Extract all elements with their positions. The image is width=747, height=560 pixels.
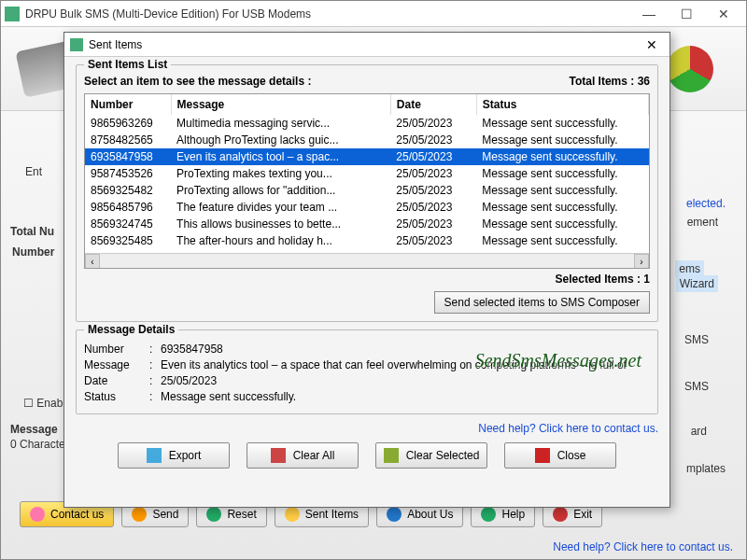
refresh-icon — [206, 507, 221, 522]
sent-items-dialog: Sent Items ✕ Sent Items List Select an i… — [63, 32, 670, 508]
label-fragment: Message — [10, 423, 58, 436]
table-cell: Even its analytics tool – a spac... — [171, 148, 390, 165]
col-message[interactable]: Message — [171, 94, 390, 115]
clear-all-button[interactable]: Clear All — [247, 442, 359, 469]
detail-key: Status — [84, 390, 149, 403]
table-cell: Message sent successfully. — [476, 132, 648, 148]
table-cell: 8758482565 — [85, 132, 171, 148]
detail-key: Message — [84, 358, 149, 371]
dialog-icon — [70, 38, 83, 51]
table-cell: 25/05/2023 — [390, 199, 476, 216]
instruction-text: Select an item to see the message detail… — [84, 75, 311, 88]
table-cell: Message sent successfully. — [476, 182, 648, 199]
table-cell: Message sent successfully. — [476, 115, 648, 132]
dialog-title: Sent Items — [89, 38, 640, 51]
table-cell: Multimedia messaging servic... — [171, 115, 390, 132]
table-cell: ProTexting makes texting you... — [171, 165, 390, 182]
scroll-left-icon[interactable]: ‹ — [85, 254, 100, 269]
detail-value: 25/05/2023 — [161, 374, 650, 387]
detail-key: Date — [84, 374, 149, 387]
table-row[interactable]: 8569325482ProTexting allows for "additio… — [85, 182, 649, 199]
table-cell: 8569325482 — [85, 182, 171, 199]
group-legend: Sent Items List — [84, 58, 171, 71]
table-row[interactable]: 9856485796The feature divides your team … — [85, 199, 649, 216]
table-cell: Message sent successfully. — [476, 232, 648, 249]
dialog-close-button[interactable]: ✕ — [640, 35, 664, 55]
label-fragment: Total Nu — [10, 225, 54, 238]
enable-checkbox-label[interactable]: ☐ Enabl — [23, 397, 65, 410]
clear-all-icon — [271, 448, 286, 463]
total-items-label: Total Items : 36 — [570, 75, 651, 88]
label-fragment: ement — [687, 216, 718, 229]
dialog-titlebar: Sent Items ✕ — [64, 33, 669, 57]
group-legend: Message Details — [84, 323, 178, 336]
maximize-button[interactable]: ☐ — [668, 3, 705, 25]
help-icon — [481, 507, 496, 522]
col-date[interactable]: Date — [390, 94, 476, 115]
main-title: DRPU Bulk SMS (Multi-Device Edition) For… — [25, 7, 630, 21]
minimize-button[interactable]: — — [630, 3, 668, 25]
col-status[interactable]: Status — [476, 94, 648, 115]
table-row[interactable]: 9865963269Multimedia messaging servic...… — [85, 115, 649, 132]
close-button[interactable]: ✕ — [705, 3, 742, 25]
table-cell: This allows businesses to bette... — [171, 216, 390, 232]
table-cell: 9856485796 — [85, 199, 171, 216]
table-cell: Message sent successfully. — [476, 165, 648, 182]
detail-value: Message sent successfully. — [161, 390, 650, 403]
person-icon — [30, 507, 45, 522]
label-fragment: SMS — [684, 380, 709, 393]
exit-icon — [553, 507, 568, 522]
export-button[interactable]: Export — [118, 442, 230, 469]
app-icon — [5, 7, 20, 21]
folder-icon — [285, 507, 300, 522]
table-row[interactable]: 6935847958Even its analytics tool – a sp… — [85, 148, 649, 165]
close-dialog-button[interactable]: Close — [504, 442, 616, 469]
close-icon — [535, 448, 550, 463]
table-cell: 25/05/2023 — [390, 232, 476, 249]
label-fragment: Ent — [25, 165, 42, 178]
clear-selected-icon — [384, 448, 399, 463]
scroll-right-icon[interactable]: › — [634, 254, 649, 269]
label-fragment: Number — [12, 245, 54, 259]
dialog-help-link[interactable]: Need help? Click here to contact us. — [76, 422, 658, 435]
table-cell: 9865963269 — [85, 115, 171, 132]
sent-items-list-group: Sent Items List Select an item to see th… — [76, 64, 658, 322]
table-cell: 9587453526 — [85, 165, 171, 182]
table-cell: The feature divides your team ... — [171, 199, 390, 216]
table-row[interactable]: 8758482565Although ProTexting lacks guic… — [85, 132, 649, 148]
table-cell: Message sent successfully. — [476, 199, 648, 216]
horizontal-scrollbar[interactable]: ‹ › — [85, 253, 649, 268]
export-icon — [147, 448, 162, 463]
table-cell: ProTexting allows for "addition... — [171, 182, 390, 199]
table-row[interactable]: 8569324745This allows businesses to bett… — [85, 216, 649, 232]
clear-selected-button[interactable]: Clear Selected — [375, 442, 487, 469]
info-icon — [387, 507, 402, 522]
table-cell: 25/05/2023 — [390, 115, 476, 132]
table-cell: 25/05/2023 — [390, 216, 476, 232]
table-row[interactable]: 9587453526ProTexting makes texting you..… — [85, 165, 649, 182]
table-cell: 25/05/2023 — [390, 182, 476, 199]
table-row[interactable]: 8569325485The after-hours and holiday h.… — [85, 232, 649, 249]
label-fragment: elected. — [686, 197, 726, 210]
table-cell: 8569325485 — [85, 232, 171, 249]
col-number[interactable]: Number — [85, 94, 171, 115]
footer-help-link[interactable]: Need help? Click here to contact us. — [553, 540, 733, 553]
table-cell: 25/05/2023 — [390, 132, 476, 148]
table-cell: 8569324745 — [85, 216, 171, 232]
table-cell: The after-hours and holiday h... — [171, 232, 390, 249]
selected-items-label: Selected Items : 1 — [84, 273, 650, 286]
label-fragment: Wizard — [676, 275, 718, 292]
send-to-composer-button[interactable]: Send selected items to SMS Composer — [434, 291, 650, 314]
detail-value: Even its analytics tool – a space that c… — [161, 358, 650, 371]
table-cell: Message sent successfully. — [476, 216, 648, 232]
table-cell: 25/05/2023 — [390, 165, 476, 182]
label-fragment: 0 Characte — [10, 438, 65, 451]
sent-items-table[interactable]: Number Message Date Status 9865963269Mul… — [84, 93, 650, 269]
table-cell: Although ProTexting lacks guic... — [171, 132, 390, 148]
label-fragment: mplates — [686, 462, 726, 475]
label-fragment: ard — [691, 425, 707, 438]
message-details-group: Message Details Number:6935847958 Messag… — [76, 329, 658, 414]
main-titlebar: DRPU Bulk SMS (Multi-Device Edition) For… — [1, 1, 746, 27]
envelope-icon — [132, 507, 147, 522]
detail-value: 6935847958 — [161, 343, 650, 356]
